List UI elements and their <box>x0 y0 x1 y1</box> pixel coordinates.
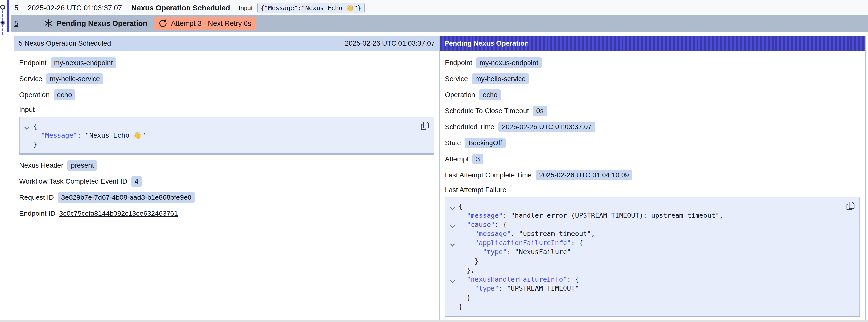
field-value-badge: echo <box>479 90 501 100</box>
field-value-badge: echo <box>54 90 75 100</box>
event-row-pending-nexus-operation[interactable]: 5 Pending Nexus Operation Attempt 3 · Ne… <box>11 15 868 32</box>
pending-fields: Endpointmy-nexus-endpointServicemy-hello… <box>445 58 860 181</box>
field-value-badge: 2025-02-26 UTC 01:03:37.07 <box>498 122 595 132</box>
code-line-content: "nexusHandlerFailureInfo": { <box>459 276 579 283</box>
input-section-label: Input <box>19 106 434 114</box>
timeline-open-node-icon <box>0 5 5 10</box>
code-line: { <box>448 202 842 211</box>
copy-icon[interactable] <box>420 121 430 131</box>
pending-panel-title: Pending Nexus Operation <box>444 39 529 47</box>
code-line: "message": "handler error (UPSTREAM_TIME… <box>448 211 842 220</box>
code-line-content: "type": "UPSTREAM_TIMEOUT" <box>459 285 579 292</box>
chevron-down-icon[interactable] <box>24 124 30 130</box>
code-line: "type": "NexusFailure" <box>448 247 842 256</box>
field-label: Request ID <box>19 194 54 201</box>
field-row-state: StateBackingOff <box>445 137 860 149</box>
field-row-operation: Operationecho <box>19 90 434 100</box>
field-label: Schedule To Close Timeout <box>445 107 529 115</box>
field-label: Endpoint <box>445 59 472 67</box>
field-row-endpoint-id: Endpoint ID3c0c75ccfa8144b092c13ce632463… <box>19 208 434 219</box>
code-line: "Message": "Nexus Echo 👋" <box>22 131 416 140</box>
code-line: } <box>448 256 842 265</box>
chevron-down-icon[interactable] <box>450 223 455 228</box>
timeline-gutter <box>0 0 11 37</box>
pending-panel-header: Pending Nexus Operation <box>440 36 865 51</box>
field-row-schedule-to-close-timeout: Schedule To Close Timeout0s <box>445 105 860 117</box>
event-history-rows: 5 2025-02-26 UTC 01:03:37.07 Nexus Opera… <box>11 0 868 32</box>
asterisk-icon <box>44 19 53 28</box>
code-line: } <box>22 140 416 149</box>
code-line-content: { <box>459 202 463 210</box>
field-value-badge: 0s <box>533 105 547 117</box>
input-inline-label: Input <box>239 4 253 12</box>
event-details-container: 5 Nexus Operation Scheduled 2025-02-26 U… <box>13 36 866 320</box>
code-line-content: } <box>459 257 479 265</box>
field-label: Attempt <box>445 155 469 163</box>
code-line: } <box>448 293 842 302</box>
field-label: Scheduled Time <box>445 123 494 131</box>
event-id-link[interactable]: 5 <box>14 20 18 28</box>
event-id-link[interactable]: 5 <box>14 4 18 12</box>
scheduled-fields-bottom: Nexus HeaderpresentWorkflow Task Complet… <box>19 160 434 219</box>
field-row-endpoint: Endpointmy-nexus-endpoint <box>445 58 860 68</box>
field-value-badge: my-hello-service <box>472 73 529 84</box>
retry-attempt-badge[interactable]: Attempt 3 · Next Retry 0s <box>154 17 256 30</box>
pending-panel-body: Endpointmy-nexus-endpointServicemy-hello… <box>440 51 865 322</box>
event-title: Nexus Operation Scheduled <box>131 4 230 12</box>
bottom-scrollbar-track[interactable] <box>0 320 868 322</box>
chevron-down-icon[interactable] <box>450 278 455 283</box>
field-label: Operation <box>19 91 50 99</box>
code-line: "type": "UPSTREAM_TIMEOUT" <box>448 284 842 293</box>
last-attempt-failure-label: Last Attempt Failure <box>445 186 860 194</box>
field-value-badge: present <box>67 160 97 171</box>
code-line: { <box>22 122 416 131</box>
field-value-badge: my-nexus-endpoint <box>51 58 116 68</box>
field-value-badge: 3 <box>472 154 483 164</box>
pending-event-title: Pending Nexus Operation <box>57 19 147 28</box>
scheduled-panel-time: 2025-02-26 UTC 01:03:37.07 <box>345 39 435 47</box>
code-line-content: } <box>459 303 463 311</box>
code-line-content: } <box>459 294 471 301</box>
retry-icon <box>159 19 167 28</box>
field-row-attempt: Attempt3 <box>445 154 860 164</box>
field-value-badge: my-nexus-endpoint <box>476 58 542 68</box>
code-line-content: "cause": { <box>459 221 507 228</box>
copy-icon[interactable] <box>845 201 856 212</box>
scheduled-event-panel: 5 Nexus Operation Scheduled 2025-02-26 U… <box>14 36 439 320</box>
field-row-nexus-header: Nexus Headerpresent <box>19 160 434 171</box>
scheduled-panel-header: 5 Nexus Operation Scheduled 2025-02-26 U… <box>14 36 439 51</box>
chevron-down-icon[interactable] <box>450 241 455 246</box>
code-line: "applicationFailureInfo": { <box>448 238 842 247</box>
field-value-badge: 2025-02-26 UTC 01:04:10.09 <box>536 170 632 181</box>
input-preview-badge: {"Message":"Nexus Echo 👋"} <box>257 3 365 13</box>
scheduled-fields-top: Endpointmy-nexus-endpointServicemy-hello… <box>19 58 434 100</box>
field-value-link[interactable]: 3c0c75ccfa8144b092c13ce632463761 <box>59 210 178 218</box>
input-json-viewer: {"Message": "Nexus Echo 👋"} <box>19 117 434 155</box>
field-label: Nexus Header <box>19 161 63 169</box>
field-label: Operation <box>445 91 475 99</box>
code-line-content: "Message": "Nexus Echo 👋" <box>33 131 146 139</box>
event-row-nexus-operation-scheduled[interactable]: 5 2025-02-26 UTC 01:03:37.07 Nexus Opera… <box>11 0 868 15</box>
scheduled-panel-title: 5 Nexus Operation Scheduled <box>19 39 111 47</box>
timeline-selected-node-icon <box>0 21 5 25</box>
field-row-request-id: Request ID3e829b7e-7d67-4b08-aad3-b1e868… <box>19 192 434 203</box>
retry-badge-label: Attempt 3 · Next Retry 0s <box>171 20 251 28</box>
chevron-down-icon[interactable] <box>450 204 455 210</box>
field-value-badge: BackingOff <box>465 137 505 149</box>
field-row-workflow-task-completed-event-id: Workflow Task Completed Event ID4 <box>19 176 434 187</box>
code-line-content: { <box>33 122 37 130</box>
code-line: "message": "upstream timeout", <box>448 229 842 238</box>
field-label: Endpoint ID <box>19 210 55 218</box>
code-line-content: } <box>33 140 37 148</box>
field-row-service: Servicemy-hello-service <box>445 73 860 84</box>
code-line: "cause": { <box>448 220 842 229</box>
scheduled-panel-body: Endpointmy-nexus-endpointServicemy-hello… <box>14 51 439 229</box>
code-line-content: "type": "NexusFailure" <box>459 248 571 256</box>
field-label: Endpoint <box>19 59 46 67</box>
field-value-badge: 3e829b7e-7d67-4b08-aad3-b1e868bfe9e0 <box>58 192 195 203</box>
field-row-last-attempt-complete-time: Last Attempt Complete Time2025-02-26 UTC… <box>445 170 860 181</box>
failure-json-viewer: {"message": "handler error (UPSTREAM_TIM… <box>445 197 860 317</box>
code-line: "nexusHandlerFailureInfo": { <box>448 275 842 284</box>
event-time: 2025-02-26 UTC 01:03:37.07 <box>28 4 122 12</box>
field-value-badge: 4 <box>131 176 142 187</box>
